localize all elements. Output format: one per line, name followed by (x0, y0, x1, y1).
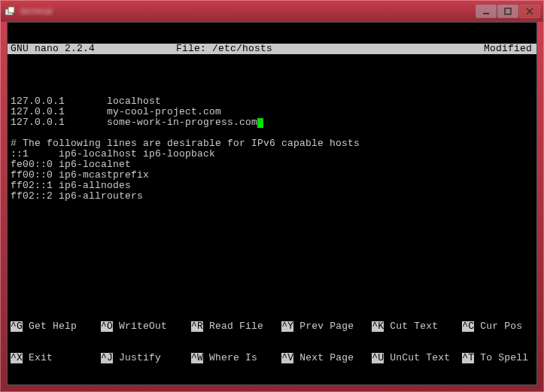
shortcut-label: Cut Text (384, 321, 462, 332)
nano-footer: ^G Get Help ^O WriteOut ^R Read File ^Y … (8, 300, 536, 384)
shortcut-row-1: ^G Get Help ^O WriteOut ^R Read File ^Y … (11, 321, 536, 332)
shortcut-key: ^Y (281, 321, 293, 332)
shortcut-key: ^T (462, 353, 474, 363)
shortcut-label: To Spell (474, 353, 544, 363)
nano-version: GNU nano 2.2.4 (11, 44, 176, 54)
shortcut-key: ^W (191, 353, 203, 363)
shortcut-label: WriteOut (113, 321, 191, 332)
maximize-button[interactable] (497, 5, 518, 18)
editor-line[interactable] (11, 86, 536, 96)
svg-rect-3 (505, 8, 511, 14)
shortcut-key: ^C (462, 321, 474, 332)
shortcut-label: Prev Page (293, 321, 372, 332)
editor-line[interactable]: 127.0.0.1 my-cool-project.com (11, 107, 536, 117)
nano-header: GNU nano 2.2.4 File: /etc/hosts Modified (8, 44, 536, 54)
shortcut-label: Cur Pos (474, 321, 544, 332)
shortcut-label: Justify (113, 353, 191, 363)
window-controls (476, 5, 540, 18)
editor-line[interactable] (11, 128, 536, 138)
editor-line[interactable]: ff02::1 ip6-allnodes (11, 181, 536, 191)
shortcut-key: ^V (281, 353, 293, 363)
app-icon (4, 5, 16, 17)
editor-content[interactable]: 127.0.0.1 localhost127.0.0.1 my-cool-pro… (8, 86, 536, 202)
editor-line[interactable]: ff00::0 ip6-mcastprefix (11, 170, 536, 181)
shortcut-key: ^U (372, 353, 384, 363)
shortcut-key: ^K (372, 321, 384, 332)
shortcut-label: Read File (203, 321, 281, 332)
shortcut-key: ^G (11, 321, 23, 332)
shortcut-label: Exit (23, 353, 101, 363)
window-title: terminal (20, 6, 476, 17)
window-titlebar[interactable]: terminal (1, 1, 543, 22)
terminal-area[interactable]: GNU nano 2.2.4 File: /etc/hosts Modified… (7, 22, 537, 385)
window-frame: terminal GNU nano 2.2.4 File: /etc/hosts… (0, 0, 544, 392)
close-button[interactable] (519, 5, 540, 18)
editor-line[interactable]: ff02::2 ip6-allrouters (11, 191, 536, 202)
shortcut-key: ^R (191, 321, 203, 332)
nano-file-label: File: /etc/hosts (176, 44, 484, 54)
shortcut-label: Get Help (23, 321, 101, 332)
shortcut-key: ^J (101, 353, 113, 363)
editor-line[interactable]: # The following lines are desirable for … (11, 138, 536, 149)
svg-rect-1 (8, 7, 14, 13)
editor-line[interactable]: 127.0.0.1 localhost (11, 96, 536, 107)
minimize-button[interactable] (476, 5, 497, 18)
nano-modified: Modified (484, 44, 536, 54)
editor-line[interactable]: fe00::0 ip6-localnet (11, 160, 536, 170)
editor-line[interactable]: ::1 ip6-localhost ip6-loopback (11, 149, 536, 160)
shortcut-key: ^X (11, 353, 23, 363)
shortcut-label: Where Is (203, 353, 281, 363)
text-cursor (257, 118, 263, 128)
editor-line[interactable]: 127.0.0.1 some-work-in-progress.com (11, 117, 536, 128)
shortcut-label: UnCut Text (384, 353, 462, 363)
shortcut-label: Next Page (293, 353, 372, 363)
shortcut-key: ^O (101, 321, 113, 332)
shortcut-row-2: ^X Exit ^J Justify ^W Where Is ^V Next P… (11, 353, 536, 363)
